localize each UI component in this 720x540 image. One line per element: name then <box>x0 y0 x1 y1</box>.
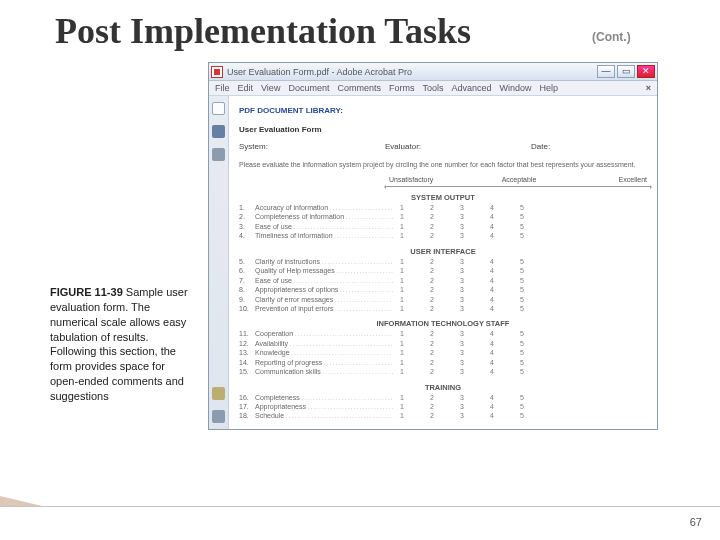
rating-row: 2.Completeness of information12345 <box>239 212 647 221</box>
pages-panel-icon[interactable] <box>212 102 225 115</box>
rating-row: 11.Cooperation12345 <box>239 329 647 338</box>
row-scale: 12345 <box>399 339 525 348</box>
comments-panel-icon[interactable] <box>212 410 225 423</box>
row-scale: 12345 <box>399 212 525 221</box>
row-label: Accuracy of information <box>255 203 393 212</box>
row-label: Communication skills <box>255 367 393 376</box>
scale-value: 2 <box>429 402 435 411</box>
slide-title: Post Implementation Tasks <box>55 10 471 52</box>
bookmarks-panel-icon[interactable] <box>212 125 225 138</box>
row-label: Ease of use <box>255 222 393 231</box>
slide-accent-icon <box>0 496 42 506</box>
scale-value: 2 <box>429 348 435 357</box>
menu-edit[interactable]: Edit <box>238 83 254 93</box>
form-instructions: Please evaluate the information system p… <box>239 161 647 168</box>
slide-baseline <box>0 506 720 507</box>
form-section: USER INTERFACE5.Clarity of instructions1… <box>239 247 647 314</box>
legend-high: Excellent <box>569 176 647 183</box>
scale-value: 5 <box>519 402 525 411</box>
rating-row: 16.Completeness12345 <box>239 393 647 402</box>
row-scale: 12345 <box>399 304 525 313</box>
doc-close-icon[interactable]: × <box>646 83 651 93</box>
menu-comments[interactable]: Comments <box>337 83 381 93</box>
row-number: 17. <box>239 402 255 411</box>
row-scale: 12345 <box>399 367 525 376</box>
menu-help[interactable]: Help <box>540 83 559 93</box>
rating-row: 18.Schedule12345 <box>239 411 647 420</box>
scale-value: 3 <box>459 212 465 221</box>
maximize-button[interactable]: ▭ <box>617 65 635 78</box>
row-label: Timeliness of information <box>255 231 393 240</box>
rating-row: 17.Appropriateness12345 <box>239 402 647 411</box>
scale-value: 2 <box>429 257 435 266</box>
scale-value: 1 <box>399 295 405 304</box>
scale-value: 1 <box>399 402 405 411</box>
scale-value: 5 <box>519 203 525 212</box>
menu-tools[interactable]: Tools <box>422 83 443 93</box>
section-title: SYSTEM OUTPUT <box>239 193 647 202</box>
scale-value: 2 <box>429 393 435 402</box>
menu-advanced[interactable]: Advanced <box>451 83 491 93</box>
row-scale: 12345 <box>399 411 525 420</box>
scale-value: 1 <box>399 222 405 231</box>
pdf-icon <box>211 66 223 78</box>
row-number: 18. <box>239 411 255 420</box>
row-label: Availability <box>255 339 393 348</box>
row-label: Quality of Help messages <box>255 266 393 275</box>
figure-caption-text: Sample user evaluation form. The numeric… <box>50 286 188 402</box>
rating-row: 12.Availability12345 <box>239 339 647 348</box>
rating-row: 5.Clarity of instructions12345 <box>239 257 647 266</box>
scale-value: 2 <box>429 329 435 338</box>
scale-value: 5 <box>519 358 525 367</box>
scale-value: 3 <box>459 295 465 304</box>
scale-value: 5 <box>519 348 525 357</box>
row-number: 15. <box>239 367 255 376</box>
row-scale: 12345 <box>399 276 525 285</box>
scale-value: 4 <box>489 304 495 313</box>
signatures-panel-icon[interactable] <box>212 148 225 161</box>
field-date: Date: <box>531 142 647 151</box>
attachments-panel-icon[interactable] <box>212 387 225 400</box>
row-scale: 12345 <box>399 266 525 275</box>
menu-window[interactable]: Window <box>499 83 531 93</box>
scale-value: 1 <box>399 276 405 285</box>
row-label: Clarity of error messages <box>255 295 393 304</box>
scale-value: 4 <box>489 266 495 275</box>
row-number: 6. <box>239 266 255 275</box>
scale-value: 4 <box>489 231 495 240</box>
rating-row: 6.Quality of Help messages12345 <box>239 266 647 275</box>
row-number: 14. <box>239 358 255 367</box>
scale-value: 3 <box>459 222 465 231</box>
close-button[interactable]: ✕ <box>637 65 655 78</box>
scale-value: 2 <box>429 367 435 376</box>
scale-value: 4 <box>489 295 495 304</box>
rating-row: 1.Accuracy of information12345 <box>239 203 647 212</box>
row-label: Schedule <box>255 411 393 420</box>
scale-value: 5 <box>519 339 525 348</box>
legend-low: Unsatisfactory <box>389 176 469 183</box>
scale-value: 1 <box>399 212 405 221</box>
menu-view[interactable]: View <box>261 83 280 93</box>
scale-value: 2 <box>429 339 435 348</box>
menu-file[interactable]: File <box>215 83 230 93</box>
scale-value: 2 <box>429 222 435 231</box>
menu-document[interactable]: Document <box>288 83 329 93</box>
window-controls: — ▭ ✕ <box>597 65 655 78</box>
scale-value: 4 <box>489 276 495 285</box>
slide-subtitle-cont: (Cont.) <box>592 30 631 44</box>
scale-legend: Unsatisfactory Acceptable Excellent <box>389 176 647 187</box>
scale-value: 5 <box>519 276 525 285</box>
scale-value: 1 <box>399 358 405 367</box>
rating-row: 13.Knowledge12345 <box>239 348 647 357</box>
window-title: User Evaluation Form.pdf - Adobe Acrobat… <box>227 67 593 77</box>
minimize-button[interactable]: — <box>597 65 615 78</box>
scale-value: 3 <box>459 402 465 411</box>
scale-value: 2 <box>429 266 435 275</box>
scale-value: 4 <box>489 348 495 357</box>
scale-value: 4 <box>489 285 495 294</box>
scale-value: 5 <box>519 393 525 402</box>
scale-value: 4 <box>489 358 495 367</box>
row-label: Knowledge <box>255 348 393 357</box>
rating-row: 15.Communication skills12345 <box>239 367 647 376</box>
menu-forms[interactable]: Forms <box>389 83 415 93</box>
